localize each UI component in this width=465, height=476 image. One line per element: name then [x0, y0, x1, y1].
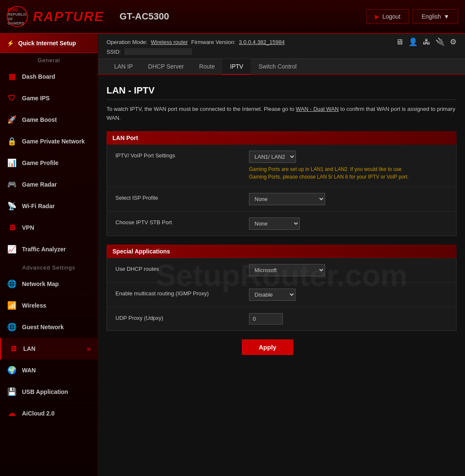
header-buttons: ▶ Logout English ▼ [366, 9, 458, 24]
sidebar-item-aicloud[interactable]: ☁ AiCloud 2.0 [0, 403, 98, 424]
logo-area: ROG REPUBLICOFGAMERS [7, 6, 28, 27]
isp-profile-label: Select ISP Profile [115, 193, 242, 201]
sidebar-item-label: Guest Network [22, 324, 64, 330]
iptv-stb-select[interactable]: None LAN1 LAN2 LAN3 [249, 217, 300, 230]
sidebar-item-game-private-network[interactable]: 🔒 Game Private Network [0, 131, 98, 152]
usb-icon: 💾 [7, 387, 17, 397]
tab-dhcp-server[interactable]: DHCP Server [140, 59, 191, 75]
iptv-stb-label: Choose IPTV STB Port [115, 217, 242, 226]
sidebar: ⚡ Quick Internet Setup General ▦ Dash Bo… [0, 34, 98, 476]
firmware-link[interactable]: 3.0.0.4.382_15984 [239, 39, 284, 45]
multicast-label: Enable multicast routing (IGMP Proxy) [115, 289, 242, 297]
sidebar-item-label: WAN [22, 367, 36, 374]
sidebar-item-dashboard[interactable]: ▦ Dash Board [0, 66, 98, 88]
udp-proxy-row: UDP Proxy (Udpxy) [107, 307, 456, 330]
shield-icon: 🛡 [7, 93, 17, 103]
sidebar-item-label: Traffic Analyzer [22, 246, 66, 253]
vpn-icon: 🖥 [7, 223, 17, 233]
arrow-icon: » [87, 344, 91, 353]
sidebar-item-game-profile[interactable]: 📊 Game Profile [0, 152, 98, 174]
globe-icon: 🌐 [7, 279, 17, 289]
sidebar-item-wireless[interactable]: 📶 Wireless [0, 295, 98, 316]
language-button[interactable]: English ▼ [413, 9, 458, 24]
tab-route[interactable]: Route [191, 59, 222, 75]
header-left: ROG REPUBLICOFGAMERS RAPTURE GT-AC5300 [7, 6, 169, 27]
multicast-select[interactable]: Disable Enable [249, 289, 295, 301]
lock-icon: 🔒 [7, 136, 17, 146]
sidebar-item-wifi-radar[interactable]: 📡 Wi-Fi Radar [0, 195, 98, 217]
sidebar-item-label: USB Application [22, 388, 68, 395]
user-icon[interactable]: 👤 [408, 37, 418, 47]
sidebar-item-label: Network Map [22, 281, 59, 287]
multicast-row: Enable multicast routing (IGMP Proxy) Di… [107, 283, 456, 307]
sidebar-item-guest-network[interactable]: 🌐 Guest Network [0, 316, 98, 338]
ssid-value [124, 48, 192, 55]
tab-iptv[interactable]: IPTV [222, 59, 251, 75]
dhcp-routes-select[interactable]: Microsoft None Other [249, 264, 325, 276]
iptv-voip-select[interactable]: LAN1/ LAN2 [249, 151, 296, 163]
operation-mode-label: Operation Mode: [107, 39, 148, 45]
guest-icon: 🌐 [7, 322, 17, 332]
game-icon: 🎮 [7, 179, 17, 190]
usb-top-icon[interactable]: 🔌 [435, 37, 445, 47]
play-icon: ▶ [375, 13, 380, 20]
info-bar: Operation Mode: Wireless router Firmware… [98, 34, 465, 59]
special-apps-body: Use DHCP routes Microsoft None Other Ena… [107, 258, 457, 331]
isp-profile-select[interactable]: None Profile 1 Profile 2 [249, 193, 325, 205]
sidebar-item-vpn[interactable]: 🖥 VPN [0, 217, 98, 239]
settings-icon[interactable]: ⚙ [450, 37, 457, 47]
dhcp-routes-control: Microsoft None Other [249, 264, 325, 276]
logout-button[interactable]: ▶ Logout [366, 9, 409, 24]
content-area: SetupRouter.com LAN - IPTV To watch IPTV… [98, 75, 465, 476]
apply-button[interactable]: Apply [242, 339, 293, 355]
sidebar-item-label: Wi-Fi Radar [22, 203, 55, 209]
layout: ⚡ Quick Internet Setup General ▦ Dash Bo… [0, 34, 465, 476]
firmware-label: Firmware Version: [191, 39, 235, 45]
language-label: English [421, 13, 441, 20]
wan-dual-wan-link[interactable]: WAN - Dual WAN [296, 106, 339, 112]
sidebar-item-lan[interactable]: 🖥 LAN » [0, 338, 98, 360]
tab-lan-ip[interactable]: LAN IP [107, 59, 140, 75]
special-apps-section: Special Applications Use DHCP routes Mic… [107, 245, 457, 331]
tabs: LAN IP DHCP Server Route IPTV Switch Con… [98, 59, 465, 75]
sidebar-item-usb-application[interactable]: 💾 USB Application [0, 381, 98, 403]
isp-profile-control: None Profile 1 Profile 2 [249, 193, 325, 205]
operation-mode-link[interactable]: Wireless router [151, 39, 188, 45]
brand-name: RAPTURE [33, 9, 104, 25]
iptv-stb-control: None LAN1 LAN2 LAN3 [249, 217, 300, 230]
iptv-voip-note: Gaming Ports are set up in LAN1 and LAN2… [249, 165, 418, 181]
sidebar-item-label: VPN [22, 224, 34, 231]
udp-proxy-input[interactable] [249, 313, 283, 325]
sidebar-item-game-ips[interactable]: 🛡 Game IPS [0, 88, 98, 109]
main-content: Operation Mode: Wireless router Firmware… [98, 34, 465, 476]
chart-icon: 📊 [7, 158, 17, 168]
quick-setup-label: Quick Internet Setup [18, 40, 76, 47]
description-text: To watch IPTV, the WAN port must be conn… [107, 106, 294, 112]
network-icon[interactable]: 🖧 [423, 38, 430, 47]
dashboard-icon: ▦ [7, 72, 17, 82]
rocket-icon: 🚀 [7, 115, 17, 125]
info-bar-icons: 🖥 👤 🖧 🔌 ⚙ [396, 37, 457, 47]
info-bar-operation: Operation Mode: Wireless router Firmware… [107, 37, 457, 47]
iptv-voip-row: IPTV/ VoIP Port Settings LAN1/ LAN2 Gami… [107, 145, 456, 187]
sidebar-item-label: LAN [23, 345, 36, 352]
sidebar-item-label: AiCloud 2.0 [22, 410, 55, 417]
page-title: LAN - IPTV [107, 85, 457, 100]
sidebar-item-traffic-analyzer[interactable]: 📈 Traffic Analyzer [0, 239, 98, 260]
logout-label: Logout [382, 13, 400, 20]
sidebar-item-network-map[interactable]: 🌐 Network Map [0, 273, 98, 295]
sidebar-item-label: Wireless [22, 302, 46, 309]
tab-switch-control[interactable]: Switch Control [251, 59, 304, 75]
lan-icon: 🖥 [8, 344, 18, 354]
iptv-stb-row: Choose IPTV STB Port None LAN1 LAN2 LAN3 [107, 212, 456, 236]
quick-internet-setup[interactable]: ⚡ Quick Internet Setup [0, 34, 98, 53]
lan-port-header: LAN Port [107, 131, 457, 145]
sidebar-item-wan[interactable]: 🌍 WAN [0, 360, 98, 381]
sidebar-item-game-radar[interactable]: 🎮 Game Radar [0, 174, 98, 195]
dhcp-routes-label: Use DHCP routes [115, 264, 242, 272]
udp-proxy-label: UDP Proxy (Udpxy) [115, 313, 242, 321]
computer-icon[interactable]: 🖥 [396, 38, 403, 47]
sidebar-item-label: Game Boost [22, 116, 57, 123]
sidebar-item-game-boost[interactable]: 🚀 Game Boost [0, 109, 98, 131]
sidebar-item-label: Dash Board [22, 73, 55, 80]
